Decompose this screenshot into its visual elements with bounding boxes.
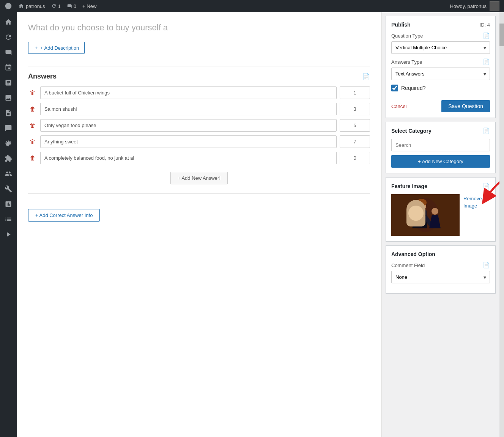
right-panel: Publish ID: 4 Question Type 📄 Vertical M… bbox=[382, 12, 499, 437]
answers-type-label: Answers Type 📄 bbox=[391, 58, 490, 65]
sidebar-icon-home[interactable] bbox=[2, 15, 15, 29]
sidebar-icon-palette[interactable] bbox=[2, 137, 15, 150]
admin-bar-right: Howdy, patronus bbox=[450, 1, 499, 11]
sidebar-icon-comment[interactable] bbox=[2, 46, 15, 59]
question-type-label: Question Type 📄 bbox=[391, 32, 490, 39]
answer-5-text-input[interactable] bbox=[40, 152, 337, 164]
publish-actions: Cancel Save Question bbox=[391, 97, 490, 112]
add-category-button[interactable]: + Add New Category bbox=[391, 155, 490, 168]
feature-image bbox=[391, 194, 460, 236]
add-correct-answer-button[interactable]: + Add Correct Answer Info bbox=[28, 209, 100, 222]
answers-doc-icon: 📄 bbox=[362, 73, 370, 80]
new-item[interactable]: + New bbox=[82, 3, 96, 9]
home-icon bbox=[18, 3, 24, 9]
answer-3-value-input[interactable] bbox=[340, 119, 370, 132]
delete-answer-1-button[interactable]: 🗑 bbox=[28, 88, 37, 98]
sidebar-icon-refresh[interactable] bbox=[2, 30, 15, 44]
sidebar-icon-pin[interactable] bbox=[2, 61, 15, 74]
palette-sidebar-icon bbox=[5, 140, 12, 147]
feature-image-container: Remove Image bbox=[391, 194, 490, 236]
sidebar-icon-pages[interactable] bbox=[2, 106, 15, 120]
required-checkbox[interactable] bbox=[391, 85, 398, 91]
comment-sidebar-icon bbox=[5, 49, 12, 56]
category-panel: Select Category 📄 + Add New Category bbox=[386, 122, 496, 173]
add-description-icon: ＋ bbox=[34, 44, 39, 51]
play-sidebar-icon bbox=[5, 231, 12, 238]
delete-answer-3-button[interactable]: 🗑 bbox=[28, 121, 37, 130]
advanced-option-panel: Advanced Option Comment Field 📄 None Opt… bbox=[386, 245, 496, 294]
add-description-label: + Add Description bbox=[40, 45, 79, 51]
answer-4-value-input[interactable] bbox=[340, 135, 370, 148]
pages-sidebar-icon bbox=[5, 109, 12, 117]
add-new-answer-button[interactable]: + Add New Answer! bbox=[170, 172, 228, 184]
category-panel-title: Select Category 📄 bbox=[391, 127, 490, 134]
table-row: 🗑 bbox=[28, 119, 370, 132]
refresh-sidebar-icon bbox=[5, 33, 12, 41]
answers-type-doc-icon: 📄 bbox=[483, 58, 490, 65]
feature-image-panel-title: Feature Image 📄 bbox=[391, 183, 490, 190]
advanced-option-title: Advanced Option bbox=[391, 251, 490, 257]
plugins-sidebar-icon bbox=[5, 155, 12, 162]
cancel-link[interactable]: Cancel bbox=[391, 104, 406, 109]
question-type-select[interactable]: Vertical Multiple Choice Horizontal Mult… bbox=[391, 41, 490, 54]
answers-title: Answers bbox=[28, 72, 57, 80]
add-description-button[interactable]: ＋ + Add Description bbox=[28, 42, 85, 54]
question-type-doc-icon: 📄 bbox=[483, 32, 490, 39]
delete-answer-4-button[interactable]: 🗑 bbox=[28, 137, 37, 147]
table-row: 🗑 bbox=[28, 135, 370, 148]
sidebar-icon-tools[interactable] bbox=[2, 182, 15, 196]
sidebar-icon-media[interactable] bbox=[2, 91, 15, 105]
update-item[interactable]: 1 bbox=[51, 3, 61, 9]
answer-1-text-input[interactable] bbox=[40, 86, 337, 99]
svg-point-7 bbox=[417, 199, 427, 206]
comment-field-label: Comment Field 📄 bbox=[391, 262, 490, 269]
main-editor: ＋ + Add Description Answers 📄 🗑 🗑 bbox=[17, 12, 382, 437]
users-sidebar-icon bbox=[5, 170, 12, 178]
sidebar-icon-posts[interactable] bbox=[2, 76, 15, 90]
delete-answer-5-button[interactable]: 🗑 bbox=[28, 153, 37, 163]
pin-sidebar-icon bbox=[5, 64, 12, 71]
sidebar-icon-play[interactable] bbox=[2, 228, 15, 241]
required-row: Required? bbox=[391, 85, 490, 91]
publish-id: ID: 4 bbox=[480, 22, 490, 28]
answer-4-text-input[interactable] bbox=[40, 135, 337, 148]
image-link[interactable]: Image bbox=[463, 203, 482, 209]
sidebar-icon-analytics[interactable] bbox=[2, 197, 15, 211]
comment-item[interactable]: 0 bbox=[67, 3, 76, 9]
wp-logo-item[interactable] bbox=[5, 2, 12, 10]
answer-3-text-input[interactable] bbox=[40, 119, 337, 132]
sidebar-icon-plugins[interactable] bbox=[2, 152, 15, 165]
sidebar bbox=[0, 12, 17, 437]
admin-bar: patronus 1 0 + New Howdy, patronus bbox=[0, 0, 504, 12]
answer-5-value-input[interactable] bbox=[340, 152, 370, 164]
comment-field-wrapper: None Optional Required ▾ bbox=[391, 271, 490, 283]
comment-count: 0 bbox=[74, 3, 76, 9]
table-row: 🗑 bbox=[28, 103, 370, 115]
comment-field-doc-icon: 📄 bbox=[483, 262, 490, 269]
svg-point-0 bbox=[5, 3, 12, 9]
scrollbar-thumb[interactable] bbox=[499, 24, 504, 46]
feature-image-panel: Feature Image 📄 bbox=[386, 177, 496, 242]
answer-2-text-input[interactable] bbox=[40, 103, 337, 115]
answers-type-select[interactable]: Text Answers Image Answers bbox=[391, 68, 490, 80]
answer-2-value-input[interactable] bbox=[340, 103, 370, 115]
comment-field-select[interactable]: None Optional Required bbox=[391, 271, 490, 283]
advanced-option-label: Advanced Option bbox=[391, 251, 435, 257]
remove-image-link[interactable]: Remove bbox=[463, 196, 482, 201]
svg-point-10 bbox=[432, 208, 438, 215]
category-search-input[interactable] bbox=[391, 139, 490, 151]
sidebar-icon-comments[interactable] bbox=[2, 121, 15, 135]
delete-answer-2-button[interactable]: 🗑 bbox=[28, 104, 37, 114]
scrollbar-track[interactable] bbox=[499, 12, 504, 437]
image-actions: Remove Image bbox=[463, 194, 482, 209]
answers-section: Answers 📄 🗑 🗑 🗑 bbox=[28, 66, 370, 184]
sidebar-icon-users[interactable] bbox=[2, 167, 15, 181]
answer-1-value-input[interactable] bbox=[340, 86, 370, 99]
analytics-sidebar-icon bbox=[5, 200, 12, 208]
save-question-button[interactable]: Save Question bbox=[441, 100, 490, 112]
home-link[interactable]: patronus bbox=[18, 3, 45, 9]
feature-image-svg bbox=[391, 194, 460, 236]
posts-sidebar-icon bbox=[5, 79, 12, 86]
question-title-input[interactable] bbox=[28, 20, 370, 36]
sidebar-icon-list[interactable] bbox=[2, 212, 15, 226]
